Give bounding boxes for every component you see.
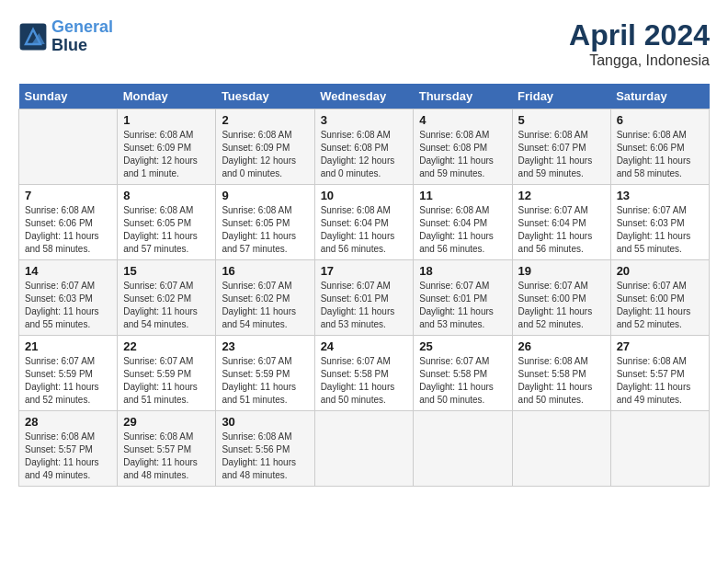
- day-number: 18: [419, 264, 506, 278]
- day-info: Sunrise: 6:08 AMSunset: 5:57 PMDaylight:…: [123, 431, 210, 482]
- day-number: 4: [419, 113, 506, 127]
- calendar-cell: 1Sunrise: 6:08 AMSunset: 6:09 PMDaylight…: [118, 109, 216, 185]
- calendar-cell: 5Sunrise: 6:08 AMSunset: 6:07 PMDaylight…: [512, 109, 610, 185]
- month-title: April 2024: [569, 18, 710, 52]
- day-number: 19: [518, 264, 605, 278]
- day-info: Sunrise: 6:08 AMSunset: 6:09 PMDaylight:…: [123, 129, 210, 180]
- day-info: Sunrise: 6:08 AMSunset: 5:56 PMDaylight:…: [222, 431, 308, 482]
- day-number: 9: [222, 189, 308, 202]
- header-day: Thursday: [414, 84, 512, 109]
- day-info: Sunrise: 6:08 AMSunset: 6:08 PMDaylight:…: [419, 129, 506, 180]
- calendar-cell: 10Sunrise: 6:08 AMSunset: 6:04 PMDayligh…: [314, 185, 414, 260]
- calendar-cell: 16Sunrise: 6:07 AMSunset: 6:02 PMDayligh…: [216, 260, 314, 336]
- calendar-cell: 14Sunrise: 6:07 AMSunset: 6:03 PMDayligh…: [19, 260, 118, 336]
- day-number: 27: [617, 339, 703, 353]
- calendar-cell: 19Sunrise: 6:07 AMSunset: 6:00 PMDayligh…: [512, 260, 610, 336]
- calendar-cell: 22Sunrise: 6:07 AMSunset: 5:59 PMDayligh…: [118, 336, 216, 411]
- day-number: 30: [222, 415, 308, 429]
- calendar-cell: 7Sunrise: 6:08 AMSunset: 6:06 PMDaylight…: [19, 185, 118, 260]
- calendar-cell: 24Sunrise: 6:07 AMSunset: 5:58 PMDayligh…: [314, 336, 414, 411]
- calendar-cell: 6Sunrise: 6:08 AMSunset: 6:06 PMDaylight…: [610, 109, 709, 185]
- day-number: 13: [617, 189, 703, 202]
- day-number: 10: [321, 189, 408, 202]
- header-day: Monday: [118, 84, 216, 109]
- day-info: Sunrise: 6:07 AMSunset: 5:58 PMDaylight:…: [321, 355, 408, 407]
- calendar-cell: [19, 109, 118, 185]
- title-block: April 2024 Tangga, Indonesia: [569, 18, 710, 69]
- day-info: Sunrise: 6:08 AMSunset: 6:07 PMDaylight:…: [518, 129, 605, 180]
- header-day: Wednesday: [314, 84, 414, 109]
- header-day: Saturday: [610, 84, 709, 109]
- day-number: 25: [419, 339, 506, 353]
- calendar-cell: 8Sunrise: 6:08 AMSunset: 6:05 PMDaylight…: [118, 185, 216, 260]
- logo: GeneralBlue: [18, 18, 113, 55]
- calendar-cell: 9Sunrise: 6:08 AMSunset: 6:05 PMDaylight…: [216, 185, 314, 260]
- logo-icon: [18, 22, 48, 52]
- day-info: Sunrise: 6:08 AMSunset: 5:57 PMDaylight:…: [617, 355, 703, 407]
- day-number: 12: [518, 189, 605, 202]
- day-number: 16: [222, 264, 308, 278]
- day-info: Sunrise: 6:07 AMSunset: 5:59 PMDaylight:…: [123, 355, 210, 407]
- calendar-cell: 2Sunrise: 6:08 AMSunset: 6:09 PMDaylight…: [216, 109, 314, 185]
- calendar-cell: 20Sunrise: 6:07 AMSunset: 6:00 PMDayligh…: [610, 260, 709, 336]
- day-info: Sunrise: 6:07 AMSunset: 6:00 PMDaylight:…: [518, 280, 605, 331]
- calendar-cell: 3Sunrise: 6:08 AMSunset: 6:08 PMDaylight…: [314, 109, 414, 185]
- day-number: 29: [123, 415, 210, 429]
- day-number: 6: [617, 113, 703, 127]
- calendar-cell: 17Sunrise: 6:07 AMSunset: 6:01 PMDayligh…: [314, 260, 414, 336]
- day-number: 7: [25, 189, 111, 202]
- day-info: Sunrise: 6:07 AMSunset: 5:59 PMDaylight:…: [222, 355, 308, 407]
- calendar-week: 1Sunrise: 6:08 AMSunset: 6:09 PMDaylight…: [19, 109, 710, 185]
- calendar-header: SundayMondayTuesdayWednesdayThursdayFrid…: [19, 84, 710, 109]
- header-day: Friday: [512, 84, 610, 109]
- calendar-cell: 23Sunrise: 6:07 AMSunset: 5:59 PMDayligh…: [216, 336, 314, 411]
- calendar-week: 14Sunrise: 6:07 AMSunset: 6:03 PMDayligh…: [19, 260, 710, 336]
- calendar-body: 1Sunrise: 6:08 AMSunset: 6:09 PMDaylight…: [19, 109, 710, 487]
- calendar-cell: 29Sunrise: 6:08 AMSunset: 5:57 PMDayligh…: [118, 411, 216, 487]
- day-info: Sunrise: 6:07 AMSunset: 6:03 PMDaylight:…: [25, 280, 111, 331]
- day-info: Sunrise: 6:07 AMSunset: 6:01 PMDaylight:…: [321, 280, 408, 331]
- day-info: Sunrise: 6:07 AMSunset: 5:58 PMDaylight:…: [419, 355, 506, 407]
- day-number: 21: [25, 339, 111, 353]
- header-day: Tuesday: [216, 84, 314, 109]
- day-number: 22: [123, 339, 210, 353]
- calendar-cell: 12Sunrise: 6:07 AMSunset: 6:04 PMDayligh…: [512, 185, 610, 260]
- day-number: 5: [518, 113, 605, 127]
- calendar-cell: [512, 411, 610, 487]
- day-info: Sunrise: 6:08 AMSunset: 6:05 PMDaylight:…: [222, 204, 308, 256]
- calendar-cell: 30Sunrise: 6:08 AMSunset: 5:56 PMDayligh…: [216, 411, 314, 487]
- day-number: 24: [321, 339, 408, 353]
- calendar-week: 21Sunrise: 6:07 AMSunset: 5:59 PMDayligh…: [19, 336, 710, 411]
- day-number: 26: [518, 339, 605, 353]
- calendar-cell: [610, 411, 709, 487]
- day-number: 3: [321, 113, 408, 127]
- day-number: 20: [617, 264, 703, 278]
- calendar-cell: 18Sunrise: 6:07 AMSunset: 6:01 PMDayligh…: [414, 260, 512, 336]
- day-info: Sunrise: 6:07 AMSunset: 6:04 PMDaylight:…: [518, 204, 605, 256]
- day-info: Sunrise: 6:07 AMSunset: 6:00 PMDaylight:…: [617, 280, 703, 331]
- calendar-week: 7Sunrise: 6:08 AMSunset: 6:06 PMDaylight…: [19, 185, 710, 260]
- calendar-cell: [314, 411, 414, 487]
- day-number: 17: [321, 264, 408, 278]
- calendar-cell: 4Sunrise: 6:08 AMSunset: 6:08 PMDaylight…: [414, 109, 512, 185]
- calendar-cell: 26Sunrise: 6:08 AMSunset: 5:58 PMDayligh…: [512, 336, 610, 411]
- header-row: SundayMondayTuesdayWednesdayThursdayFrid…: [19, 84, 710, 109]
- day-info: Sunrise: 6:08 AMSunset: 6:04 PMDaylight:…: [419, 204, 506, 256]
- day-number: 23: [222, 339, 308, 353]
- day-info: Sunrise: 6:08 AMSunset: 6:06 PMDaylight:…: [617, 129, 703, 180]
- day-info: Sunrise: 6:07 AMSunset: 6:01 PMDaylight:…: [419, 280, 506, 331]
- day-number: 1: [123, 113, 210, 127]
- day-number: 8: [123, 189, 210, 202]
- day-number: 28: [25, 415, 111, 429]
- day-number: 2: [222, 113, 308, 127]
- day-number: 15: [123, 264, 210, 278]
- day-info: Sunrise: 6:07 AMSunset: 6:02 PMDaylight:…: [123, 280, 210, 331]
- logo-text: GeneralBlue: [51, 18, 113, 55]
- header-day: Sunday: [19, 84, 118, 109]
- calendar-cell: 11Sunrise: 6:08 AMSunset: 6:04 PMDayligh…: [414, 185, 512, 260]
- calendar-cell: 25Sunrise: 6:07 AMSunset: 5:58 PMDayligh…: [414, 336, 512, 411]
- calendar-table: SundayMondayTuesdayWednesdayThursdayFrid…: [18, 84, 710, 487]
- day-info: Sunrise: 6:08 AMSunset: 6:09 PMDaylight:…: [222, 129, 308, 180]
- calendar-cell: 27Sunrise: 6:08 AMSunset: 5:57 PMDayligh…: [610, 336, 709, 411]
- calendar-week: 28Sunrise: 6:08 AMSunset: 5:57 PMDayligh…: [19, 411, 710, 487]
